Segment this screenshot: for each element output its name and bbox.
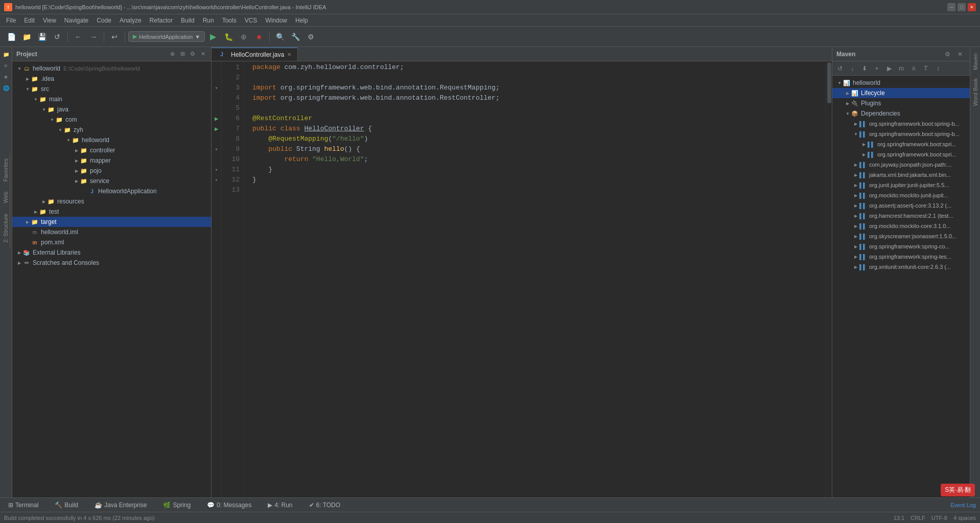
editor-scrollbar-vertical[interactable] — [826, 61, 832, 497]
cursor-position[interactable]: 13:1 — [894, 515, 904, 521]
indent-label[interactable]: 4 spaces — [953, 515, 976, 521]
tree-item-src[interactable]: ▼ 📁 src — [12, 84, 211, 94]
code-editor[interactable]: package com.zyh.helloworld.controller; i… — [244, 61, 826, 497]
menu-help[interactable]: Help — [291, 16, 312, 25]
stop-button[interactable]: ■ — [252, 30, 266, 44]
panel-close-btn[interactable]: ✕ — [199, 50, 207, 58]
maven-item-plugins[interactable]: ▶ 🔌 Plugins — [832, 98, 970, 108]
maven-dep-12[interactable]: ▶ ▌▌ org.springframework:spring-tes... — [832, 252, 970, 262]
maven-dep-2a[interactable]: ▶ ▌▌ org.springframework.boot:spri... — [832, 139, 970, 149]
web-icon-btn[interactable]: 🌐 — [1, 83, 11, 93]
menu-analyze[interactable]: Analyze — [115, 16, 146, 25]
fold-close-12[interactable]: ▾ — [215, 177, 218, 183]
maven-item-lifecycle[interactable]: ▶ 📊 Lifecycle — [832, 88, 970, 98]
toolbar-save-btn[interactable]: 💾 — [35, 30, 49, 44]
maven-dep-13[interactable]: ▶ ▌▌ org.xmlunit:xmlunit-core:2.6.3 (... — [832, 262, 970, 272]
menu-run[interactable]: Run — [199, 16, 218, 25]
tree-item-external-libs[interactable]: ▶ 📚 External Libraries — [12, 247, 211, 258]
toolbar-settings-btn[interactable]: ⚙ — [304, 30, 318, 44]
maven-dep-1[interactable]: ▶ ▌▌ org.springframework.boot:spring-b..… — [832, 119, 970, 129]
tree-item-zyh[interactable]: ▼ 📁 zyh — [12, 125, 211, 135]
menu-code[interactable]: Code — [92, 16, 115, 25]
maven-dep-7[interactable]: ▶ ▌▌ org.assertj:assertj-core:3.13.2 (..… — [832, 200, 970, 211]
maven-refresh-btn[interactable]: ↺ — [834, 63, 846, 74]
tree-item-java[interactable]: ▼ 📁 java — [12, 104, 211, 115]
maven-dep-10[interactable]: ▶ ▌▌ org.skyscreamer:jsonassert:1.5.0... — [832, 231, 970, 241]
maven-dep-4[interactable]: ▶ ▌▌ jakarta.xml.bind:jakarta.xml.bin... — [832, 170, 970, 180]
tree-item-pojo[interactable]: ▶ 📁 pojo — [12, 166, 211, 176]
maven-item-root[interactable]: ▼ 📊 helloworld — [832, 78, 970, 88]
tree-item-helloworld-iml[interactable]: ▶ m helloworld.iml — [12, 227, 211, 237]
maven-dep-2[interactable]: ▼ ▌▌ org.springframework.boot:spring-b..… — [832, 129, 970, 139]
menu-navigate[interactable]: Navigate — [60, 16, 92, 25]
minimize-button[interactable]: ─ — [947, 3, 955, 11]
menu-edit[interactable]: Edit — [20, 16, 39, 25]
project-icon-btn[interactable]: 📁 — [1, 49, 11, 59]
toolbar-search-btn[interactable]: 🔍 — [273, 30, 287, 44]
scrollbar-thumb[interactable] — [827, 62, 831, 103]
tab-close-btn[interactable]: ✕ — [287, 52, 291, 57]
maven-thread-btn[interactable]: T — [920, 63, 931, 74]
editor-content[interactable]: ▾ ▶ ▶ ▾ ▾ ▾ — [212, 61, 832, 497]
tree-item-main[interactable]: ▼ 📁 main — [12, 94, 211, 104]
menu-view[interactable]: View — [39, 16, 60, 25]
web-label[interactable]: Web — [1, 189, 9, 206]
tree-item-pom-xml[interactable]: ▶ m pom.xml — [12, 237, 211, 247]
panel-locate-btn[interactable]: ⊕ — [168, 50, 176, 58]
toolbar-undo-btn[interactable]: ↩ — [107, 30, 122, 44]
tree-item-test[interactable]: ▶ 📁 test — [12, 207, 211, 217]
word-book-label[interactable]: Word Book — [971, 74, 979, 110]
close-button[interactable]: ✕ — [968, 3, 976, 11]
fold-close-11[interactable]: ▾ — [215, 167, 218, 173]
messages-tab[interactable]: 💬 0: Messages — [203, 501, 255, 510]
encoding-label[interactable]: UTF-8 — [931, 515, 947, 521]
tree-item-helloworldapp[interactable]: ▶ J HelloworldApplication — [12, 186, 211, 196]
tree-item-helloworld-pkg[interactable]: ▼ 📁 helloworld — [12, 135, 211, 145]
maven-download-btn[interactable]: ⬇ — [859, 63, 870, 74]
tree-item-scratches[interactable]: ▶ ✏ Scratches and Consoles — [12, 258, 211, 268]
maven-run-btn[interactable]: + — [871, 63, 882, 74]
maven-skip-btn[interactable]: ≡ — [908, 63, 919, 74]
run-tab[interactable]: ▶ 4: Run — [264, 501, 296, 510]
run-icon-7[interactable]: ▶ — [215, 125, 218, 133]
panel-expand-btn[interactable]: ⊞ — [178, 50, 186, 58]
toolbar-back-btn[interactable]: ← — [71, 30, 85, 44]
maven-debug-btn[interactable]: m — [896, 63, 907, 74]
window-controls[interactable]: ─ □ ✕ — [947, 3, 976, 11]
toolbar-forward-btn[interactable]: → — [86, 30, 101, 44]
spring-tab[interactable]: 🌿 Spring — [159, 501, 195, 510]
debug-button[interactable]: 🐛 — [221, 30, 236, 44]
maximize-button[interactable]: □ — [958, 3, 966, 11]
run-coverage-button[interactable]: ⊕ — [237, 30, 251, 44]
fold-icon-9[interactable]: ▾ — [215, 147, 218, 152]
maven-exec-btn[interactable]: ▶ — [883, 63, 895, 74]
tree-item-target[interactable]: ▶ 📁 target — [12, 217, 211, 227]
maven-dep-6[interactable]: ▶ ▌▌ org.mockito:mockito-junit-jupit... — [832, 190, 970, 200]
todo-tab[interactable]: ✔ 6: TODO — [305, 501, 345, 510]
maven-add-btn[interactable]: ↓ — [847, 63, 858, 74]
tree-item-mapper[interactable]: ▶ 📁 mapper — [12, 155, 211, 166]
event-log-link[interactable]: Event Log — [950, 502, 976, 508]
toolbar-new-btn[interactable]: 📄 — [4, 30, 18, 44]
toolbar-refresh-btn[interactable]: ↺ — [50, 30, 64, 44]
run-icon-6[interactable]: ▶ — [215, 115, 218, 123]
panel-gear-btn[interactable]: ⚙ — [189, 50, 197, 58]
editor-tab-hellocontroller[interactable]: J HelloController.java ✕ — [212, 48, 298, 61]
structure-icon-btn[interactable]: ≡ — [1, 60, 11, 71]
menu-build[interactable]: Build — [177, 16, 199, 25]
maven-close-btn[interactable]: ✕ — [954, 49, 966, 60]
terminal-tab[interactable]: ⊞ Terminal — [4, 501, 42, 510]
maven-dep-3[interactable]: ▶ ▌▌ com.jayway.jsonpath:json-path:... — [832, 160, 970, 170]
java-enterprise-tab[interactable]: ☕ Java Enterprise — [90, 501, 151, 510]
run-button[interactable]: ▶ — [206, 30, 220, 44]
toolbar-open-btn[interactable]: 📁 — [19, 30, 34, 44]
line-separator[interactable]: CRLF — [911, 515, 925, 521]
fold-icon-3[interactable]: ▾ — [215, 85, 218, 91]
build-tab[interactable]: 🔨 Build — [51, 501, 82, 510]
menu-tools[interactable]: Tools — [218, 16, 241, 25]
maven-dep-11[interactable]: ▶ ▌▌ org.springframework:spring-co... — [832, 241, 970, 252]
tree-item-resources[interactable]: ▶ 📁 resources — [12, 196, 211, 207]
toolbar-git-btn[interactable]: 🔧 — [288, 30, 302, 44]
menu-vcs[interactable]: VCS — [241, 16, 262, 25]
maven-item-dependencies[interactable]: ▼ 📦 Dependencies — [832, 108, 970, 119]
